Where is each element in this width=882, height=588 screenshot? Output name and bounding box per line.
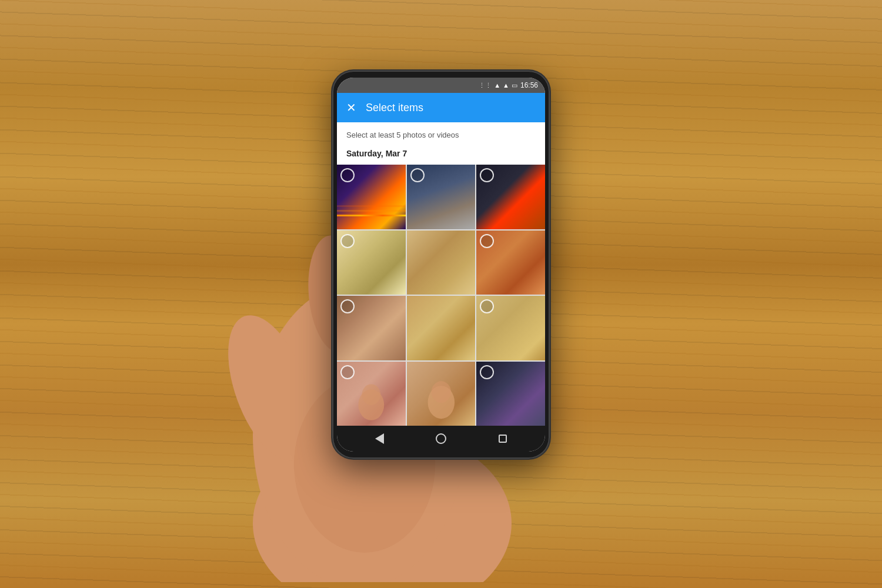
signal-icon: ▲ [503,82,509,89]
select-circle-12[interactable] [480,365,494,379]
photo-cell[interactable] [407,362,476,426]
status-bar: ⋮⋮ ▲ ▲ ▭ 16:56 [337,78,545,93]
select-circle-10[interactable] [340,365,355,379]
photo-grid [337,165,545,426]
close-button[interactable]: ✕ [346,101,356,115]
photo-cell[interactable] [476,230,545,295]
photo-thumbnail [337,165,406,229]
photo-thumbnail [407,165,476,229]
wifi-icon: ▲ [494,82,500,89]
header-title: Select items [366,102,536,114]
photo-cell[interactable] [476,165,545,229]
phone-screen: ⋮⋮ ▲ ▲ ▭ 16:56 ✕ Select items [337,78,545,452]
status-time: 16:56 [520,81,538,89]
select-circle-1[interactable] [340,168,355,182]
instruction-text: Select at least 5 photos or videos [346,131,459,139]
select-circle-6[interactable] [480,234,494,248]
select-circle-3[interactable] [480,168,494,182]
photo-thumbnail [407,230,476,295]
photo-cell[interactable] [407,296,476,360]
photo-cell[interactable] [407,230,476,295]
instruction-bar: Select at least 5 photos or videos [337,122,545,143]
home-icon [436,433,446,444]
photo-cell[interactable] [337,165,406,229]
phone-device: ⋮⋮ ▲ ▲ ▭ 16:56 ✕ Select items [332,71,550,459]
photo-cell[interactable] [337,230,406,295]
photo-thumbnail [476,296,545,360]
photo-thumbnail [337,362,406,426]
svg-point-9 [362,385,381,405]
select-circle-9[interactable] [480,299,494,313]
vibrate-icon: ⋮⋮ [479,82,492,89]
photo-thumbnail [337,296,406,360]
photo-thumbnail [476,362,545,426]
back-button[interactable] [373,432,386,445]
date-header: Saturday, Mar 7 [337,143,545,165]
home-button[interactable] [435,432,447,445]
back-icon [375,433,384,444]
content-area: Select at least 5 photos or videos Satur… [337,122,545,426]
photo-cell[interactable] [476,362,545,426]
app-header: ✕ Select items [337,93,545,122]
photo-cell[interactable] [476,296,545,360]
photo-cell[interactable] [337,296,406,360]
photo-thumbnail [407,362,476,426]
photo-thumbnail [407,296,476,360]
status-icons: ⋮⋮ ▲ ▲ ▭ [479,82,517,89]
battery-icon: ▭ [512,82,517,89]
photo-thumbnail [476,165,545,229]
photo-cell[interactable] [407,165,476,229]
select-circle-4[interactable] [340,234,355,248]
photo-thumbnail [476,230,545,295]
photo-thumbnail [337,230,406,295]
select-circle-2[interactable] [410,168,425,182]
select-circle-7[interactable] [340,299,355,313]
scene: ⋮⋮ ▲ ▲ ▭ 16:56 ✕ Select items [265,53,617,535]
svg-point-11 [431,382,450,403]
phone-shell: ⋮⋮ ▲ ▲ ▭ 16:56 ✕ Select items [332,71,550,459]
navigation-bar [337,426,545,452]
recents-icon [499,435,507,443]
photo-cell[interactable] [337,362,406,426]
date-text: Saturday, Mar 7 [346,149,407,158]
recents-button[interactable] [496,432,509,445]
